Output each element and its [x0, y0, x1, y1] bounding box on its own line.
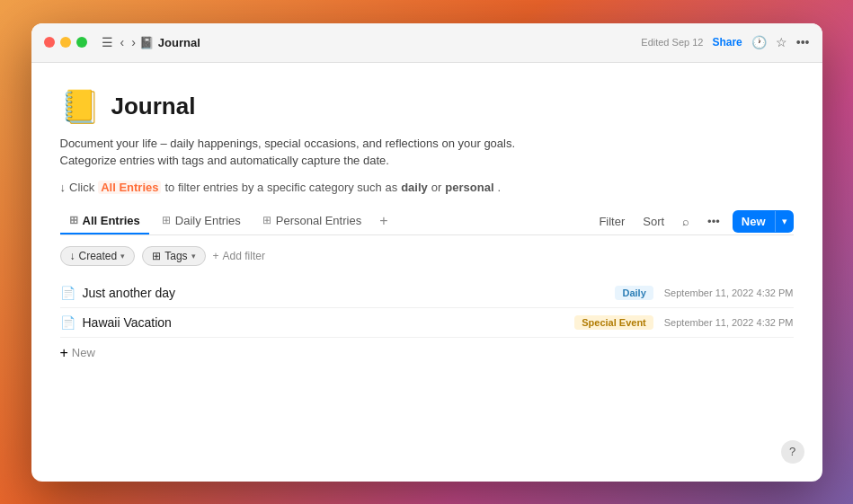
new-entry-row-label: New: [72, 346, 95, 359]
table-row[interactable]: 📄Hawaii VacationSpecial EventSeptember 1…: [60, 308, 794, 338]
hint-click-text: Click: [69, 181, 94, 194]
entry-list: 📄Just another dayDailySeptember 11, 2022…: [60, 279, 794, 338]
menu-icon[interactable]: ☰: [98, 33, 117, 51]
all-entries-tab-icon: ⊞: [69, 214, 78, 226]
more-options-button[interactable]: •••: [702, 211, 725, 232]
journal-description: Document your life – daily happenings, s…: [60, 135, 794, 170]
tab-personal-entries-label: Personal Entries: [276, 214, 361, 227]
maximize-button[interactable]: [76, 37, 87, 48]
journal-header: 📒 Journal: [60, 88, 794, 126]
hint-suffix-text: to filter entries by a specific category…: [164, 181, 397, 194]
tab-all-entries-label: All Entries: [83, 214, 140, 227]
entry-tag-special: Special Event: [574, 315, 653, 330]
tags-filter-label: Tags: [164, 250, 187, 262]
journal-window: ☰ ‹ › 📓 Journal Edited Sep 12 Share 🕐 ☆ …: [31, 23, 822, 482]
created-arrow-icon: ↓: [70, 250, 76, 262]
hint-daily-text: daily: [401, 181, 428, 194]
entry-title: Hawaii Vacation: [83, 315, 575, 330]
clock-icon[interactable]: 🕐: [751, 35, 767, 49]
close-button[interactable]: [44, 37, 55, 48]
entry-date: September 11, 2022 4:32 PM: [664, 317, 794, 328]
tags-filter-icon: ⊞: [152, 250, 161, 262]
share-button[interactable]: Share: [712, 36, 742, 49]
tabs-bar: ⊞ All Entries ⊞ Daily Entries ⊞ Personal…: [60, 208, 794, 235]
table-row[interactable]: 📄Just another dayDailySeptember 11, 2022…: [60, 279, 794, 308]
sort-button[interactable]: Sort: [637, 211, 670, 232]
new-button-group: New ▾: [733, 210, 794, 233]
hint-all-entries-tag[interactable]: All Entries: [98, 181, 161, 194]
app-name-label: Journal: [158, 36, 200, 49]
new-entry-row[interactable]: + New: [60, 338, 794, 368]
tabs-left: ⊞ All Entries ⊞ Daily Entries ⊞ Personal…: [60, 208, 594, 234]
daily-entries-tab-icon: ⊞: [162, 214, 171, 226]
new-entry-dropdown[interactable]: ▾: [775, 211, 794, 232]
entry-tag-daily: Daily: [615, 286, 653, 300]
add-filter-plus-icon: +: [213, 250, 219, 262]
hint-or-text: or: [431, 181, 442, 194]
titlebar-right: Edited Sep 12 Share 🕐 ☆ •••: [641, 35, 809, 49]
entry-title: Just another day: [83, 286, 616, 300]
entry-doc-icon: 📄: [60, 286, 76, 300]
help-button[interactable]: ?: [781, 440, 804, 464]
new-entry-button[interactable]: New: [733, 210, 775, 233]
tab-daily-entries[interactable]: ⊞ Daily Entries: [153, 208, 250, 234]
minimize-button[interactable]: [60, 37, 71, 48]
personal-entries-tab-icon: ⊞: [262, 214, 271, 226]
created-dropdown-icon: ▾: [120, 252, 125, 261]
filter-row: ↓ Created ▾ ⊞ Tags ▾ + Add filter: [60, 246, 794, 266]
new-entry-plus-icon: +: [60, 345, 68, 361]
search-button[interactable]: ⌕: [677, 211, 695, 232]
hint-line: ↓ Click All Entries to filter entries by…: [60, 181, 794, 194]
entry-doc-icon: 📄: [60, 315, 76, 330]
filter-button[interactable]: Filter: [593, 211, 630, 232]
traffic-lights: [44, 37, 87, 48]
journal-emoji: 📒: [60, 88, 101, 126]
edited-label: Edited Sep 12: [641, 37, 703, 48]
tabs-right: Filter Sort ⌕ ••• New ▾: [593, 210, 793, 233]
back-button[interactable]: ‹: [117, 33, 129, 51]
titlebar: ☰ ‹ › 📓 Journal Edited Sep 12 Share 🕐 ☆ …: [31, 23, 822, 63]
journal-title: Journal: [111, 93, 196, 120]
add-tab-button[interactable]: +: [374, 209, 393, 233]
tags-filter-chip[interactable]: ⊞ Tags ▾: [142, 246, 205, 266]
star-icon[interactable]: ☆: [776, 35, 787, 49]
entry-date: September 11, 2022 4:32 PM: [664, 287, 794, 298]
app-title: 📓 Journal: [139, 36, 641, 49]
forward-button[interactable]: ›: [128, 33, 139, 51]
tab-personal-entries[interactable]: ⊞ Personal Entries: [253, 208, 370, 234]
hint-arrow-icon: ↓: [60, 181, 67, 194]
main-content: 📒 Journal Document your life – daily hap…: [31, 63, 822, 482]
created-filter-chip[interactable]: ↓ Created ▾: [60, 246, 136, 266]
more-options-icon[interactable]: •••: [796, 35, 810, 49]
hint-personal-text: personal: [445, 181, 493, 194]
add-filter-button[interactable]: + Add filter: [213, 250, 265, 262]
tab-daily-entries-label: Daily Entries: [175, 214, 241, 227]
hint-period: .: [498, 181, 502, 194]
add-filter-label: Add filter: [223, 250, 265, 262]
created-filter-label: Created: [79, 250, 118, 262]
app-icon: 📓: [139, 36, 154, 49]
tab-all-entries[interactable]: ⊞ All Entries: [60, 208, 149, 234]
tags-dropdown-icon: ▾: [191, 252, 196, 261]
